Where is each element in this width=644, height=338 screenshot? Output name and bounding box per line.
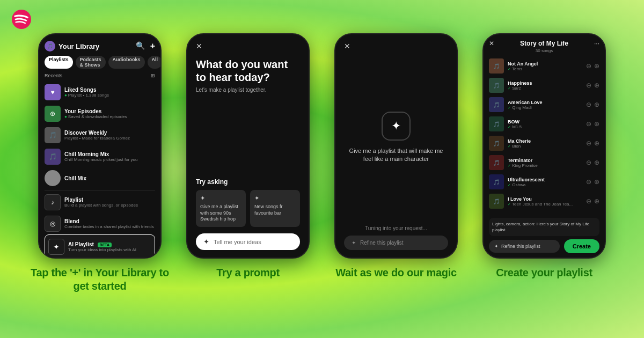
playlist-title: Story of My Life [494,40,594,47]
ai-playlist-name: AI Playlist BETA [68,241,151,247]
song-thumb: 🎵 [489,58,504,74]
song-info: BOW ✓ M1.5 [508,119,582,129]
add-icon[interactable]: + [150,41,155,51]
remove-icon[interactable]: ⊖ [586,197,591,205]
table-row[interactable]: 🎵 BOW ✓ M1.5 ⊖ ⊕ [489,114,599,134]
add-icon[interactable]: ⊕ [594,101,599,108]
list-item[interactable]: ♥ Liked Songs ●Playlist • 1,338 songs [45,82,155,103]
ai-playlist-thumb: ✦ [48,239,64,255]
prompt-card-2[interactable]: ✦ New songs fr favourite bar [250,190,300,227]
table-row[interactable]: 🎵 Ultrafluorescent ✓ Oshwa ⊖ ⊕ [489,172,599,192]
phone-2-wrapper: ✕ What do you want to hear today? Let's … [179,33,317,280]
remove-icon[interactable]: ⊖ [586,62,591,70]
item-name: Playlist [64,197,155,203]
add-icon[interactable]: ⊕ [594,120,599,128]
list-item[interactable]: Chill Mix [45,167,155,189]
phone1-content: 🎵 Your Library 🔍 + Playlists Podcasts & … [39,34,160,258]
card2-icon: ✦ [254,194,296,202]
song-actions: ⊖ ⊕ [586,120,599,128]
filter-all[interactable]: All [148,56,162,69]
add-icon[interactable]: ⊕ [594,62,599,70]
phone3-caption: Wait as we do our magic [335,266,457,280]
list-item[interactable]: ♪ Playlist Build a playlist with songs, … [45,192,155,213]
phone-1: 🎵 Your Library 🔍 + Playlists Podcasts & … [38,33,162,259]
sparkle-icon: ✦ [53,243,60,251]
item-sub: Build a playlist with songs, or episodes [64,203,155,208]
song-actions: ⊖ ⊕ [586,159,599,166]
song-thumb: 🎵 [489,174,504,189]
list-item[interactable]: 🎵 Discover Weekly Playlist • Made for Is… [45,124,155,146]
table-row[interactable]: 🎵 American Love ✓ Qing Madi ⊖ ⊕ [489,95,599,114]
add-icon[interactable]: ⊕ [594,197,599,205]
list-item[interactable]: ⊕ Your Episodes ●Saved & downloaded epis… [45,103,155,124]
prompt-title: What do you want to hear today? [196,58,300,84]
table-row[interactable]: 🎵 Ma Cherie ✓ Bien ⊖ ⊕ [489,134,599,153]
ai-suggestion-text: Lights, camera, action: Here's your Stor… [489,218,599,236]
refine-playlist-bar[interactable]: ✦ Refine this playlist [344,236,448,250]
remove-icon[interactable]: ⊖ [586,159,591,166]
close-button[interactable]: ✕ [344,42,448,50]
search-icon[interactable]: 🔍 [136,41,145,51]
card2-text: New songs fr favourite bar [254,204,283,216]
add-icon[interactable]: ⊕ [594,178,599,186]
item-info: Chill Morning Mix Chill Morning music pi… [64,151,155,162]
add-icon[interactable]: ⊕ [594,159,599,166]
remove-icon[interactable]: ⊖ [586,178,591,186]
table-row[interactable]: 🎵 Happiness ✓ Sarz ⊖ ⊕ [489,76,599,95]
close-button[interactable]: ✕ [196,42,300,50]
prompt-input-bar[interactable]: ✦ Tell me your ideas [196,233,300,250]
table-row[interactable]: 🎵 Terminator ✓ King Promise ⊖ ⊕ [489,153,599,172]
song-artist: ✓ Teen Jesus and The Jean Tea... [508,202,582,207]
filter-playlists[interactable]: Playlists [45,56,73,69]
song-name: BOW [508,119,582,124]
close-button[interactable]: ✕ [489,40,494,47]
prompt-display-text: Give me a playlist that will make me fee… [344,147,448,164]
table-row[interactable]: 🎵 Not An Angel ✓ Tems ⊖ ⊕ [489,56,599,76]
beta-badge: BETA [98,243,112,247]
song-actions: ⊖ ⊕ [586,139,599,147]
item-thumb: 🎵 [45,149,61,165]
refine-playlist-button[interactable]: ✦ Refine this playlist [489,240,560,253]
remove-icon[interactable]: ⊖ [586,120,591,128]
table-row[interactable]: 🎵 I Love You ✓ Teen Jesus and The Jean T… [489,192,599,211]
song-name: Terminator [508,158,582,163]
song-thumb: 🎵 [489,78,504,93]
refine-label: Refine this playlist [501,244,540,249]
refine-sparkle-icon: ✦ [494,244,499,249]
refine-icon: ✦ [352,240,356,246]
item-name: Your Episodes [64,108,155,114]
remove-icon[interactable]: ⊖ [586,139,591,147]
try-asking-label: Try asking [196,178,300,186]
divider [45,190,155,190]
spotify-logo [12,10,31,29]
song-artist: ✓ King Promise [508,163,582,168]
song-name: I Love You [508,196,582,202]
song-thumb: 🎵 [489,194,504,209]
list-item[interactable]: ◎ Blend Combine tastes in a shared playl… [45,213,155,234]
more-options-icon[interactable]: ··· [594,40,599,47]
song-name: Not An Angel [508,61,582,67]
phone4-caption: Create your playlist [496,266,592,280]
song-info: American Love ✓ Qing Madi [508,100,582,110]
filter-audiobooks[interactable]: Audiobooks [108,56,145,69]
item-name: Discover Weekly [64,130,155,136]
create-playlist-button[interactable]: Create [564,239,599,253]
list-item[interactable]: 🎵 Chill Morning Mix Chill Morning music … [45,146,155,167]
ai-playlist-item[interactable]: ✦ AI Playlist BETA Turn your ideas into … [45,234,155,259]
song-artist: ✓ Sarz [508,86,582,91]
remove-icon[interactable]: ⊖ [586,101,591,108]
grid-icon[interactable]: ⊞ [151,73,155,78]
song-thumb: 🎵 [489,116,504,131]
library-subheader: Recents ⊞ [45,73,155,78]
add-icon[interactable]: ⊕ [594,82,599,89]
item-info: Chill Mix [64,175,155,181]
prompt-card-1[interactable]: ✦ Give me a playlist with some 90s Swedi… [196,190,246,227]
remove-icon[interactable]: ⊖ [586,82,591,89]
song-info: I Love You ✓ Teen Jesus and The Jean Tea… [508,196,582,207]
song-artist: ✓ Oshwa [508,182,582,187]
input-placeholder-text: Tell me your ideas [214,239,261,245]
ai-playlist-sub: Turn your ideas into playlists with AI [68,247,151,252]
filter-tabs: Playlists Podcasts & Shows Audiobooks Al… [45,56,155,69]
add-icon[interactable]: ⊕ [594,139,599,147]
filter-podcasts[interactable]: Podcasts & Shows [76,56,106,69]
